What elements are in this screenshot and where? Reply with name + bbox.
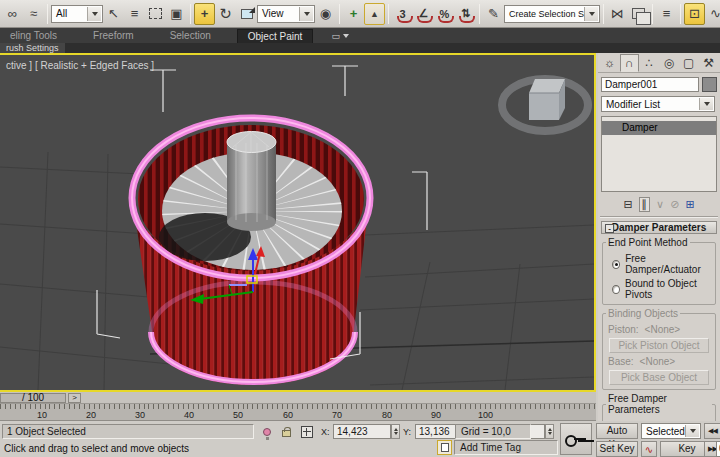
bind-to-spacewarp-icon[interactable]: ≈ xyxy=(23,3,44,25)
x-label: X: xyxy=(321,427,330,437)
configure-modifier-sets-icon[interactable]: ⊞ xyxy=(685,198,694,211)
time-slider-track[interactable]: / 100 > xyxy=(0,392,596,404)
select-object-icon[interactable]: ↖ xyxy=(103,3,124,25)
free-damper-radio-row[interactable]: Free Damper/Actuator xyxy=(612,253,712,275)
viewport-label[interactable]: ctive ] [ Realistic + Edged Faces ] xyxy=(6,60,154,71)
radio-selected-icon[interactable] xyxy=(612,260,620,269)
viewcube[interactable] xyxy=(502,79,588,131)
object-color-swatch[interactable] xyxy=(702,77,717,92)
pick-piston-button[interactable]: Pick Piston Object xyxy=(609,338,709,353)
ruler-label: 70 xyxy=(332,410,342,420)
absolute-relative-transform-icon[interactable] xyxy=(298,424,315,439)
toolbar-separator xyxy=(603,4,604,24)
ribbon-tab-bar: eling Tools Freeform Selection Object Pa… xyxy=(0,28,720,43)
auto-key-button[interactable]: Auto Key xyxy=(596,423,638,439)
isolate-selection-icon[interactable] xyxy=(258,424,275,439)
track-bar-ruler[interactable]: 10 20 30 40 50 60 70 80 90 100 xyxy=(0,404,596,421)
status-line: 1 Object Selected xyxy=(2,424,254,439)
add-time-tag-field[interactable]: Add Time Tag xyxy=(454,440,558,455)
mirror-icon[interactable]: ⋈ xyxy=(607,3,628,25)
snap-3d-icon[interactable]: 3 xyxy=(392,3,413,25)
damper-parameters-rollout-header[interactable]: - Damper Parameters xyxy=(601,221,717,234)
stack-toolbar: ⊟ ∥ ∨ ⊘ ⊞ xyxy=(598,195,720,213)
damper-object[interactable] xyxy=(132,118,370,385)
percent-snap-icon[interactable]: % xyxy=(434,3,455,25)
tab-modeling-tools[interactable]: eling Tools xyxy=(0,29,67,42)
use-pivot-center-icon[interactable]: ◉ xyxy=(315,3,336,25)
time-tag-icon[interactable] xyxy=(437,440,452,455)
stack-item-damper[interactable]: Damper xyxy=(602,121,716,135)
bound-pivots-radio-row[interactable]: Bound to Object Pivots xyxy=(612,278,712,300)
rollout-title: Damper Parameters xyxy=(612,222,707,233)
key-mode-dropdown[interactable]: Selected xyxy=(641,423,701,439)
tab-display-icon[interactable]: ▢ xyxy=(679,54,698,72)
toolbar-separator xyxy=(388,4,389,24)
remove-modifier-icon[interactable]: ⊘ xyxy=(670,198,679,211)
tab-freeform[interactable]: Freeform xyxy=(83,29,144,42)
layer-manager-icon[interactable]: ≡ xyxy=(656,3,677,25)
piston-cylinder xyxy=(227,142,276,222)
go-to-start-button[interactable]: ◀◀ xyxy=(704,423,720,439)
minimize-ribbon-button[interactable]: ▭ xyxy=(327,30,353,41)
angle-snap-icon[interactable]: ∠ xyxy=(413,3,434,25)
toolbar-separator xyxy=(680,4,681,24)
rect-selection-region-icon[interactable] xyxy=(145,3,166,25)
curve-editor-icon[interactable]: ∿ xyxy=(705,3,720,25)
free-damper-parameters-group: Free Damper Parameters Pin-to-Pin Height… xyxy=(602,393,716,421)
toolbar-separator xyxy=(652,4,653,24)
align-icon[interactable] xyxy=(628,3,649,25)
set-key-button[interactable]: Set Key xyxy=(596,441,638,457)
radio-unselected-icon[interactable] xyxy=(612,285,620,294)
ribbon-toggle-icon[interactable]: ⊡ xyxy=(684,3,705,25)
collapse-icon[interactable]: - xyxy=(605,224,614,233)
time-slider-handle[interactable]: / 100 xyxy=(0,393,66,403)
modifier-stack[interactable]: Damper xyxy=(601,116,717,192)
perspective-viewport[interactable]: ctive ] [ Realistic + Edged Faces ] xyxy=(0,53,596,392)
select-rotate-icon[interactable]: ↻ xyxy=(215,3,236,25)
dropdown-arrow-icon[interactable] xyxy=(685,425,699,437)
reference-coord-dropdown[interactable]: View xyxy=(257,5,315,23)
select-scale-icon[interactable] xyxy=(236,3,257,25)
keyboard-override-icon[interactable]: ▲ xyxy=(364,3,385,25)
tab-utilities-icon[interactable]: ⚒ xyxy=(699,54,718,72)
tab-hierarchy-icon[interactable]: ∴ xyxy=(640,54,659,72)
x-spinner[interactable] xyxy=(391,424,400,439)
dropdown-arrow-icon[interactable] xyxy=(87,7,101,21)
tab-brush-settings[interactable]: rush Settings xyxy=(0,43,65,53)
set-keys-button[interactable] xyxy=(560,423,592,455)
toolbar-separator xyxy=(479,4,480,24)
dropdown-arrow-icon[interactable] xyxy=(699,98,713,110)
tab-create-icon[interactable]: ☼ xyxy=(600,54,619,72)
tab-object-paint[interactable]: Object Paint xyxy=(237,29,313,43)
unlink-selection-icon[interactable]: ∞ xyxy=(2,3,23,25)
tab-motion-icon[interactable]: ◎ xyxy=(660,54,679,72)
dropdown-arrow-icon[interactable] xyxy=(299,7,313,21)
window-crossing-icon[interactable]: ▣ xyxy=(166,3,187,25)
tab-modify-icon[interactable]: ∩ xyxy=(620,54,639,72)
ruler-label: 40 xyxy=(184,410,194,420)
dropdown-arrow-icon[interactable] xyxy=(584,7,598,21)
selection-filter-dropdown[interactable]: All xyxy=(51,5,103,23)
modifier-list-dropdown[interactable]: Modifier List xyxy=(601,96,715,112)
spinner-snap-icon[interactable]: ⇅ xyxy=(455,3,476,25)
x-coordinate-field[interactable]: 14,423 xyxy=(333,424,391,439)
default-tangent-icon[interactable]: ∿ xyxy=(641,441,657,457)
selection-lock-icon[interactable] xyxy=(278,424,295,439)
ruler-label: 100 xyxy=(478,410,493,420)
current-frame-field[interactable]: 0 xyxy=(716,441,720,457)
show-end-result-icon[interactable]: ∥ xyxy=(639,197,651,212)
y-label: Y: xyxy=(403,427,411,437)
next-frame-button[interactable]: > xyxy=(68,393,81,403)
object-name-field[interactable]: Damper001 xyxy=(601,77,699,92)
tab-selection[interactable]: Selection xyxy=(160,29,221,42)
select-move-icon[interactable]: + xyxy=(194,3,215,25)
pin-stack-icon[interactable]: ⊟ xyxy=(623,198,632,211)
z-spinner[interactable] xyxy=(545,424,554,439)
make-unique-icon[interactable]: ∨ xyxy=(656,198,664,211)
free-damper-parameters-legend: Free Damper Parameters xyxy=(606,393,712,415)
named-selection-sets-icon[interactable]: ✎ xyxy=(483,3,504,25)
pick-base-button[interactable]: Pick Base Object xyxy=(609,370,709,385)
selection-set-dropdown[interactable]: Create Selection Se xyxy=(504,5,600,23)
select-manipulate-icon[interactable]: + xyxy=(343,3,364,25)
select-by-name-icon[interactable]: ≡ xyxy=(124,3,145,25)
